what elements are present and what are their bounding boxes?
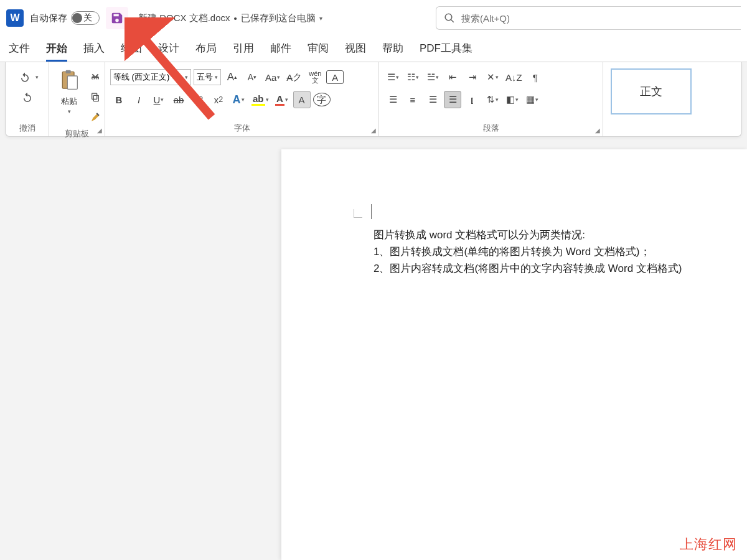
italic-button[interactable]: I (130, 91, 148, 108)
document-content[interactable]: 图片转换成 word 文档格式可以分为两类情况: 1、图片转换成文档(单纯的将图… (374, 226, 710, 278)
character-border-button[interactable]: A (326, 70, 344, 84)
doc-line: 1、图片转换成文档(单纯的将图片转换为 Word 文档格式)； (374, 243, 710, 260)
chevron-down-icon[interactable]: ▾ (319, 15, 322, 22)
chevron-down-icon[interactable]: ▾ (68, 108, 71, 114)
toggle-knob (72, 13, 82, 23)
cut-button[interactable] (87, 68, 104, 86)
paste-label: 粘贴 (61, 96, 77, 107)
text-effects-button[interactable]: A▾ (230, 91, 247, 108)
search-box[interactable] (436, 6, 741, 30)
undo-button[interactable] (16, 68, 34, 86)
tab-pdf-tools[interactable]: PDF工具集 (420, 41, 472, 62)
autosave-control[interactable]: 自动保存 关 (30, 11, 100, 25)
align-center-button[interactable]: ≡ (404, 91, 421, 108)
sort-button[interactable]: A↓Z (504, 68, 524, 86)
underline-button[interactable]: U▾ (150, 91, 167, 108)
clipboard-group: 粘贴 ▾ 剪贴板 ◢ (49, 62, 105, 136)
numbering-button[interactable]: ☷▾ (404, 68, 421, 86)
tab-home[interactable]: 开始 (46, 41, 67, 62)
search-input[interactable] (461, 13, 733, 24)
shrink-font-button[interactable]: A▾ (243, 68, 261, 86)
group-label-font: 字体 (110, 120, 374, 135)
font-name-select[interactable]: 等线 (西文正文)▾ (110, 69, 191, 85)
highlight-button[interactable]: ab▾ (250, 91, 271, 108)
dialog-launcher-icon[interactable]: ◢ (371, 127, 376, 134)
tab-mailings[interactable]: 邮件 (270, 41, 291, 62)
document-title[interactable]: 新建 DOCX 文档.docx • 已保存到这台电脑 ▾ (138, 12, 322, 24)
style-body-text[interactable]: 正文 (611, 68, 692, 114)
strikethrough-button[interactable]: ab (170, 91, 187, 108)
svg-rect-3 (93, 95, 98, 101)
undo-icon (19, 72, 31, 83)
undo-group: ▾ 撤消 (6, 62, 49, 136)
font-group: 等线 (西文正文)▾ 五号▾ A▴ A▾ Aa▾ Aク wén文 A B I U… (105, 62, 379, 136)
redo-button[interactable] (19, 90, 36, 107)
font-color-button[interactable]: A▾ (273, 91, 291, 108)
change-case-button[interactable]: Aa▾ (263, 68, 282, 86)
text-cursor (371, 204, 372, 219)
document-page[interactable]: 图片转换成 word 文档格式可以分为两类情况: 1、图片转换成文档(单纯的将图… (281, 149, 747, 560)
superscript-button[interactable]: x2 (210, 91, 227, 108)
tab-insert[interactable]: 插入 (83, 41, 105, 62)
doc-line: 2、图片内容转成文档(将图片中的文字内容转换成 Word 文档格式) (374, 260, 710, 277)
search-icon (444, 12, 455, 24)
save-button[interactable] (106, 7, 128, 29)
distributed-button[interactable]: ⫿ (464, 91, 481, 108)
ribbon: ▾ 撤消 粘贴 ▾ 剪贴板 ◢ 等线 (西文正文)▾ 五号▾ (5, 62, 742, 137)
tab-help[interactable]: 帮助 (382, 41, 403, 62)
doc-name: 新建 DOCX 文档.docx (138, 12, 230, 24)
save-icon (110, 11, 124, 25)
copy-button[interactable] (87, 88, 104, 106)
scissors-icon (90, 72, 100, 82)
tab-references[interactable]: 引用 (233, 41, 254, 62)
svg-rect-4 (92, 93, 97, 99)
tab-review[interactable]: 审阅 (308, 41, 329, 62)
enclose-characters-button[interactable]: 字 (313, 93, 331, 106)
tab-view[interactable]: 视图 (345, 41, 366, 62)
group-label-clipboard: 剪贴板 (54, 126, 100, 141)
tab-layout[interactable]: 布局 (195, 41, 217, 62)
show-marks-button[interactable]: ¶ (527, 68, 544, 86)
tab-file[interactable]: 文件 (9, 41, 30, 62)
paste-icon (59, 69, 79, 93)
paragraph-group: ☰▾ ☷▾ ☱▾ ⇤ ⇥ ✕▾ A↓Z ¶ ☰ ≡ ☰ ☰ ⫿ ⇅▾ ◧▾ ▦▾… (379, 62, 603, 136)
dialog-launcher-icon[interactable]: ◢ (595, 127, 600, 134)
format-painter-button[interactable] (87, 108, 104, 126)
shading-button[interactable]: ◧▾ (504, 91, 521, 108)
grow-font-button[interactable]: A▴ (223, 68, 241, 86)
borders-button[interactable]: ▦▾ (524, 91, 541, 108)
svg-rect-1 (66, 70, 71, 73)
multilevel-list-button[interactable]: ☱▾ (424, 68, 441, 86)
copy-icon (90, 92, 100, 102)
styles-group: 正文 (603, 62, 741, 136)
chevron-down-icon[interactable]: ▾ (35, 74, 39, 80)
subscript-button[interactable]: x2 (190, 91, 207, 108)
paste-button[interactable]: 粘贴 ▾ (54, 66, 84, 116)
justify-button[interactable]: ☰ (444, 91, 461, 108)
bold-button[interactable]: B (110, 91, 128, 108)
word-app-icon: W (6, 9, 24, 27)
svg-rect-2 (67, 76, 77, 89)
align-left-button[interactable]: ☰ (384, 91, 402, 108)
asian-layout-button[interactable]: ✕▾ (484, 68, 501, 86)
dialog-launcher-icon[interactable]: ◢ (97, 127, 102, 134)
line-spacing-button[interactable]: ⇅▾ (484, 91, 501, 108)
decrease-indent-button[interactable]: ⇤ (444, 68, 461, 86)
autosave-toggle[interactable]: 关 (71, 11, 100, 25)
save-status: 已保存到这台电脑 (241, 12, 316, 24)
clear-formatting-button[interactable]: Aク (284, 68, 304, 86)
align-right-button[interactable]: ☰ (424, 91, 441, 108)
group-label-undo: 撤消 (11, 120, 44, 135)
doc-line: 图片转换成 word 文档格式可以分为两类情况: (374, 226, 710, 243)
brush-icon (90, 111, 101, 123)
tab-draw[interactable]: 绘图 (121, 41, 142, 62)
font-size-select[interactable]: 五号▾ (194, 69, 221, 85)
tab-design[interactable]: 设计 (158, 41, 179, 62)
character-shading-button[interactable]: A (293, 91, 311, 108)
margin-indicator (354, 209, 362, 218)
phonetic-guide-button[interactable]: wén文 (306, 68, 324, 86)
increase-indent-button[interactable]: ⇥ (464, 68, 481, 86)
watermark: 上海红网 (680, 535, 737, 554)
toggle-state: 关 (83, 12, 92, 24)
bullets-button[interactable]: ☰▾ (384, 68, 402, 86)
